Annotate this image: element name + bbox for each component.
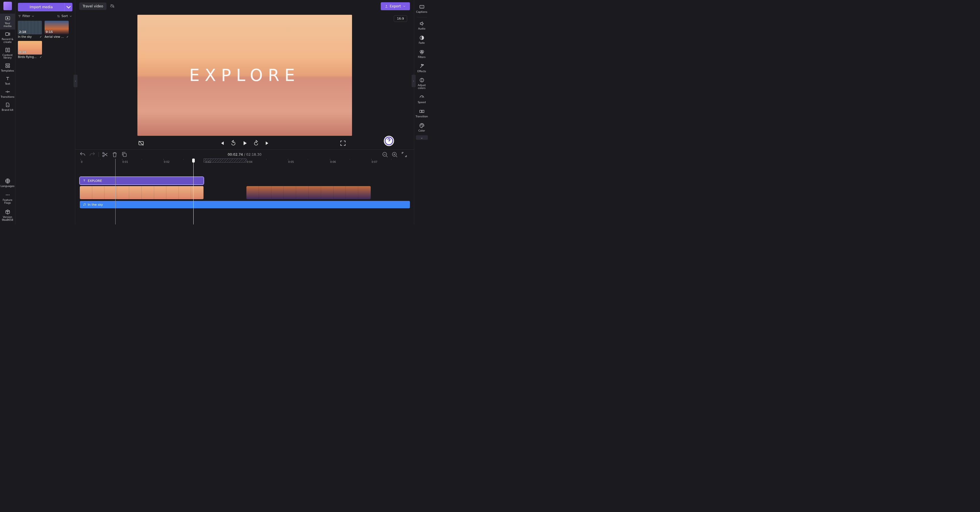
playhead[interactable] <box>193 159 194 225</box>
text-track[interactable]: EXPLORE <box>79 177 410 184</box>
prop-label: Color <box>418 129 426 132</box>
check-icon: ✓ <box>67 35 69 38</box>
filter-label: Filter <box>22 14 30 18</box>
sidebar-content-library[interactable]: Content library <box>0 45 15 61</box>
svg-rect-3 <box>8 48 10 52</box>
svg-point-10 <box>8 195 10 196</box>
fullscreen-button[interactable] <box>339 140 346 147</box>
sidebar-label: Record & create <box>0 38 15 44</box>
upload-icon <box>385 5 388 8</box>
sidebar-feature-flags[interactable]: Feature Flags <box>0 190 15 206</box>
svg-point-27 <box>422 124 422 125</box>
timeline-gap-indicator <box>204 158 246 163</box>
sidebar-transitions[interactable]: Transitions <box>0 87 15 100</box>
sort-button[interactable]: Sort <box>57 14 72 18</box>
media-name: In the sky <box>18 35 32 38</box>
prop-label: Transition <box>415 115 429 118</box>
fit-timeline-button[interactable] <box>401 151 408 158</box>
speed-icon <box>419 94 425 100</box>
duplicate-button[interactable] <box>121 151 128 158</box>
svg-rect-1 <box>5 33 8 35</box>
sidebar-version[interactable]: Version 9ba8658 <box>0 207 15 223</box>
captions-icon <box>419 4 425 10</box>
hide-preview-button[interactable] <box>138 140 145 147</box>
sidebar-label: Feature Flags <box>0 199 15 204</box>
timeline-cursor <box>115 159 116 225</box>
audio-track[interactable]: In the sky <box>79 201 410 208</box>
filter-icon <box>18 14 21 18</box>
next-button[interactable] <box>264 140 271 147</box>
audio-clip-label: In the sky <box>88 203 103 207</box>
zoom-out-button[interactable] <box>382 151 388 158</box>
sidebar-templates[interactable]: Templates <box>0 61 15 74</box>
ruler-tick: 0:01 <box>123 161 128 163</box>
prop-label: Captions <box>415 11 428 14</box>
media-item-in-the-sky[interactable]: 2:18 In the sky✓ <box>18 21 42 38</box>
video-preview[interactable]: EXPLORE <box>137 15 352 136</box>
video-clip-birds[interactable] <box>80 186 204 199</box>
sidebar-label: Transitions <box>0 96 15 99</box>
media-duration: 0:10 <box>19 51 26 54</box>
chevron-down-icon <box>69 14 72 18</box>
ruler-tick: 0:06 <box>330 161 336 163</box>
sidebar-label: Languages <box>0 185 15 188</box>
transitions-icon <box>5 89 11 95</box>
chevron-down-icon <box>402 5 406 8</box>
timeline-time: 00:02.74 / 02:18.30 <box>228 153 261 156</box>
svg-point-9 <box>7 195 8 196</box>
prop-effects[interactable]: Effects <box>414 61 430 75</box>
zoom-in-button[interactable] <box>391 151 398 158</box>
prop-captions[interactable]: Captions <box>414 2 430 16</box>
templates-icon <box>5 63 11 69</box>
sidebar-brand-kit[interactable]: Brand kit <box>0 100 15 113</box>
svg-rect-25 <box>422 110 424 113</box>
previous-button[interactable] <box>219 140 226 147</box>
rewind-button[interactable] <box>230 140 237 147</box>
ruler-tick: 0:05 <box>288 161 294 163</box>
text-icon <box>83 179 86 182</box>
sidebar-text[interactable]: Text <box>0 74 15 87</box>
sidebar-label: Your media <box>0 22 15 28</box>
svg-rect-2 <box>6 48 7 52</box>
text-icon <box>5 76 11 81</box>
import-media-dropdown[interactable] <box>64 3 72 11</box>
text-clip[interactable]: EXPLORE <box>80 177 204 184</box>
split-button[interactable] <box>102 151 108 158</box>
prop-label: Speed <box>417 101 426 104</box>
sidebar-your-media[interactable]: Your media <box>0 14 15 30</box>
redo-button[interactable] <box>89 151 95 158</box>
chevron-down-icon <box>31 14 35 18</box>
svg-rect-6 <box>8 66 10 68</box>
sidebar-languages[interactable]: Languages <box>0 177 15 190</box>
sidebar-record-create[interactable]: Record & create <box>0 30 15 45</box>
collapse-properties-panel[interactable]: › <box>412 75 415 87</box>
video-clip-aerial[interactable] <box>247 186 371 199</box>
media-item-birds-flying[interactable]: 0:10 Birds flying ab...✓ <box>18 41 42 59</box>
help-button[interactable] <box>384 136 394 146</box>
import-media-button[interactable]: Import media <box>18 3 64 11</box>
app-logo[interactable] <box>3 2 12 10</box>
prop-adjust-colors[interactable]: Adjust colors <box>414 75 430 92</box>
collapse-media-panel[interactable]: ‹ <box>73 75 78 87</box>
prop-audio[interactable]: Audio <box>414 19 430 33</box>
sort-label: Sort <box>61 14 68 18</box>
fade-icon <box>419 35 425 41</box>
export-button[interactable]: Export <box>381 2 410 10</box>
expand-properties-button[interactable]: ⌄ <box>416 135 428 140</box>
prop-transition[interactable]: Transition <box>414 106 430 120</box>
prop-color[interactable]: Color <box>414 120 430 135</box>
aspect-ratio-button[interactable]: 16:9 <box>394 15 407 22</box>
project-title[interactable]: Travel video <box>79 3 107 10</box>
prop-filters[interactable]: Filters <box>414 47 430 61</box>
prop-fade[interactable]: Fade <box>414 33 430 47</box>
timeline-ruler[interactable]: 0 0:01 0:02 0:03 0:04 0:05 0:06 0:07 <box>79 160 410 165</box>
forward-button[interactable] <box>253 140 259 147</box>
filter-button[interactable]: Filter <box>18 14 35 18</box>
undo-button[interactable] <box>79 151 86 158</box>
prop-speed[interactable]: Speed <box>414 92 430 106</box>
media-item-aerial-view[interactable]: 0:15 Aerial view of ...✓ <box>45 21 69 38</box>
video-track[interactable] <box>79 186 410 199</box>
audio-clip[interactable]: In the sky <box>80 201 410 208</box>
delete-button[interactable] <box>111 151 118 158</box>
play-button[interactable] <box>241 140 248 147</box>
